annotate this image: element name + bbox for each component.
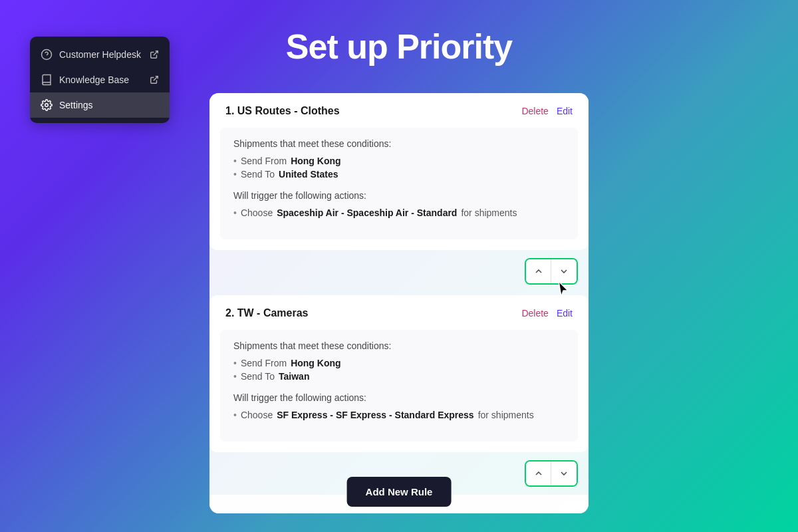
rule-title-2: 2. TW - Cameras (225, 307, 308, 319)
dropdown-label-settings: Settings (59, 100, 93, 110)
question-circle-icon (41, 49, 53, 61)
condition-1-2: Send To United States (233, 168, 565, 181)
dropdown-item-customer-helpdesk[interactable]: Customer Helpdesk (30, 42, 170, 67)
move-up-button-2[interactable] (526, 462, 551, 485)
dropdown-label-customer-helpdesk: Customer Helpdesk (59, 49, 141, 60)
dropdown-item-settings[interactable]: Settings (30, 92, 170, 118)
arrow-up-icon-2 (533, 468, 544, 479)
rule-action-buttons-2: Delete Edit (521, 308, 573, 319)
arrow-down-icon-1 (559, 266, 569, 277)
actions-list-2: Choose SF Express - SF Express - Standar… (233, 408, 565, 422)
conditions-list-1: Send From Hong Kong Send To United State… (233, 154, 565, 181)
svg-line-3 (154, 76, 158, 80)
rule-title-1: 1. US Routes - Clothes (225, 105, 340, 117)
conditions-label-2: Shipments that meet these conditions: (233, 340, 565, 351)
external-link-icon-helpdesk (150, 50, 159, 59)
add-new-rule-button[interactable]: Add New Rule (347, 477, 452, 507)
action-1-1: Choose Spaceship Air - Spaceship Air - S… (233, 206, 565, 219)
conditions-list-2: Send From Hong Kong Send To Taiwan (233, 356, 565, 383)
bottom-bar: Add New Rule (209, 495, 589, 513)
dropdown-label-knowledge-base: Knowledge Base (59, 74, 129, 85)
arrow-up-icon-1 (533, 266, 544, 277)
external-link-icon-kb (150, 75, 159, 84)
rule-action-buttons-1: Delete Edit (521, 106, 573, 116)
arrow-down-icon-2 (559, 468, 569, 479)
gear-icon (41, 99, 53, 111)
conditions-label-1: Shipments that meet these conditions: (233, 138, 565, 149)
delete-button-1[interactable]: Delete (521, 106, 548, 116)
actions-label-1: Will trigger the following actions: (233, 190, 565, 201)
delete-button-2[interactable]: Delete (521, 308, 548, 319)
move-down-button-1[interactable] (551, 259, 577, 283)
dropdown-item-knowledge-base[interactable]: Knowledge Base (30, 67, 170, 92)
move-down-button-2[interactable] (551, 462, 577, 485)
svg-line-2 (154, 51, 158, 55)
actions-label-2: Will trigger the following actions: (233, 392, 565, 403)
rule-card-2: 2. TW - Cameras Delete Edit Shipments th… (209, 295, 589, 452)
main-content: 1. US Routes - Clothes Delete Edit Shipm… (209, 93, 589, 513)
order-arrows-2 (525, 460, 578, 487)
svg-point-4 (45, 104, 49, 107)
rule-body-2: Shipments that meet these conditions: Se… (220, 330, 578, 442)
rule-body-1: Shipments that meet these conditions: Se… (220, 128, 578, 239)
rules-wrapper: 1. US Routes - Clothes Delete Edit Shipm… (209, 93, 589, 513)
edit-button-2[interactable]: Edit (557, 308, 573, 319)
arrows-row-1 (209, 250, 589, 290)
order-arrows-1 (525, 258, 578, 285)
edit-button-1[interactable]: Edit (557, 106, 573, 116)
condition-1-1: Send From Hong Kong (233, 154, 565, 168)
book-icon (41, 74, 53, 86)
condition-2-2: Send To Taiwan (233, 370, 565, 383)
action-2-1: Choose SF Express - SF Express - Standar… (233, 408, 565, 422)
move-up-button-1[interactable] (526, 259, 551, 283)
dropdown-menu: Customer Helpdesk Knowledge Base Setting… (30, 37, 170, 123)
rule-card-1: 1. US Routes - Clothes Delete Edit Shipm… (209, 93, 589, 250)
actions-list-1: Choose Spaceship Air - Spaceship Air - S… (233, 206, 565, 219)
rule-header-1: 1. US Routes - Clothes Delete Edit (209, 93, 589, 128)
condition-2-1: Send From Hong Kong (233, 356, 565, 370)
rule-header-2: 2. TW - Cameras Delete Edit (209, 295, 589, 330)
